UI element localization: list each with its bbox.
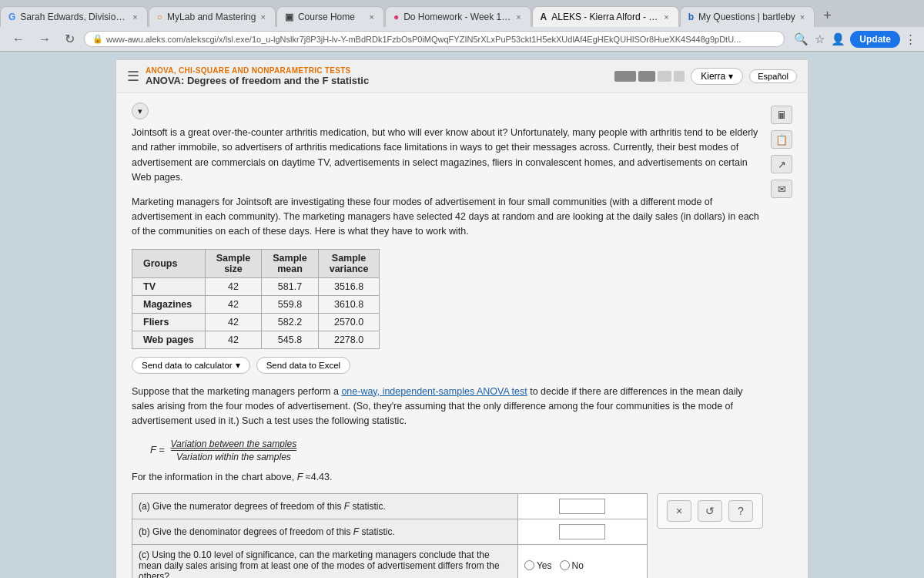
lock-icon: 🔒	[92, 34, 103, 44]
update-button[interactable]: Update	[850, 31, 900, 48]
question-a-input-cell	[517, 493, 647, 519]
tab-close-5[interactable]: ×	[800, 12, 805, 22]
browser-chrome: GSarah Edwards, Division M...×○MyLab and…	[0, 0, 924, 52]
mail-tool-button[interactable]: ✉	[771, 180, 792, 198]
tab-close-1[interactable]: ×	[260, 12, 265, 22]
table-row: TV 42 581.7 3516.8	[132, 277, 380, 295]
panel-sidebar: 🖩 📋 ↗ ✉	[771, 102, 792, 578]
kierra-button[interactable]: Kierra ▾	[691, 68, 743, 85]
no-radio-label[interactable]: No	[560, 560, 584, 571]
cell-variance-2: 2570.0	[318, 313, 380, 331]
help-button[interactable]: ?	[728, 500, 753, 522]
progress-seg-4	[674, 71, 685, 82]
tab-label-2: Course Home	[298, 12, 355, 22]
progress-bars	[614, 71, 685, 82]
col-header-size: Samplesize	[205, 249, 261, 277]
back-button[interactable]: ←	[8, 31, 29, 48]
tab-4[interactable]: AALEKS - Kierra Alford - Lea...×	[532, 6, 679, 27]
anova-link[interactable]: one-way, independent-samples ANOVA test	[341, 386, 527, 397]
tab-2[interactable]: ▣Course Home×	[276, 6, 384, 27]
formula-display: F = Variation between the samples Variat…	[150, 439, 763, 462]
intro-paragraph-1: Jointsoft is a great over-the-counter ar…	[132, 126, 763, 186]
tab-label-4: ALEKS - Kierra Alford - Lea...	[551, 12, 659, 22]
question-b-row: (b) Give the denominator degrees of free…	[132, 519, 648, 544]
cell-mean-1: 559.8	[262, 295, 318, 313]
tab-0[interactable]: GSarah Edwards, Division M...×	[0, 6, 148, 27]
chevron-icon: ▾	[728, 71, 733, 82]
header-left: ☰ ANOVA, CHI-SQUARE AND NONPARAMETRIC TE…	[127, 66, 369, 86]
cell-mean-0: 581.7	[262, 277, 318, 295]
tab-5[interactable]: bMy Questions | bartleby×	[680, 6, 815, 27]
cell-variance-0: 3516.8	[318, 277, 380, 295]
tab-3[interactable]: ●Do Homework - Week 12 C...×	[385, 6, 531, 27]
formula-section: F = Variation between the samples Variat…	[132, 439, 763, 462]
aleks-panel: ☰ ANOVA, CHI-SQUARE AND NONPARAMETRIC TE…	[116, 59, 808, 578]
yes-radio-label[interactable]: Yes	[524, 560, 552, 571]
question-a-label: (a) Give the numerator degrees of freedo…	[132, 493, 518, 519]
send-to-excel-button[interactable]: Send data to Excel	[256, 357, 351, 374]
tab-favicon-0: G	[8, 12, 15, 22]
cell-size-0: 42	[205, 277, 261, 295]
calculator-tool-button[interactable]: 🖩	[771, 106, 792, 124]
denominator-degrees-input[interactable]	[559, 524, 605, 539]
expand-tool-button[interactable]: ↗	[771, 155, 792, 173]
col-header-variance: Samplevariance	[318, 249, 380, 277]
reload-button[interactable]: ↻	[60, 30, 79, 48]
progress-seg-3	[658, 71, 671, 82]
yes-no-radio-group: Yes No	[524, 560, 641, 571]
cell-group-0: TV	[132, 277, 206, 295]
star-icon[interactable]: ☆	[815, 32, 825, 46]
hamburger-icon[interactable]: ☰	[127, 68, 139, 85]
panel-main: ▾ Jointsoft is a great over-the-counter …	[132, 102, 763, 578]
col-header-mean: Samplemean	[262, 249, 318, 277]
header-subtitle: ANOVA, CHI-SQUARE AND NONPARAMETRIC TEST…	[146, 66, 369, 75]
cell-group-1: Magazines	[132, 295, 206, 313]
tab-1[interactable]: ○MyLab and Mastering×	[149, 6, 276, 27]
send-to-calculator-button[interactable]: Send data to calculator ▾	[132, 357, 250, 374]
send-excel-label: Send data to Excel	[266, 361, 341, 370]
yes-radio[interactable]	[524, 560, 534, 570]
tab-favicon-2: ▣	[285, 12, 293, 22]
question-c-label: (c) Using the 0.10 level of significance…	[132, 544, 518, 578]
no-radio[interactable]	[560, 560, 570, 570]
tab-close-2[interactable]: ×	[369, 12, 373, 22]
f-value: ≈4.43.	[306, 472, 333, 482]
dropdown-arrow-icon: ▾	[236, 360, 240, 371]
numerator-degrees-input[interactable]	[559, 499, 605, 514]
undo-button[interactable]: ↺	[698, 500, 722, 522]
notes-tool-button[interactable]: 📋	[771, 130, 792, 149]
forward-button[interactable]: →	[34, 31, 55, 48]
tab-label-0: Sarah Edwards, Division M...	[20, 12, 128, 22]
profile-icon[interactable]: 👤	[831, 32, 845, 46]
progress-seg-2	[638, 71, 655, 82]
espanol-button[interactable]: Español	[749, 69, 797, 83]
cell-group-2: Fliers	[132, 313, 206, 331]
tab-close-3[interactable]: ×	[516, 12, 521, 22]
table-row: Web pages 42 545.8 2278.0	[132, 331, 380, 348]
questions-table: (a) Give the numerator degrees of freedo…	[132, 493, 648, 578]
questions-area: (a) Give the numerator degrees of freedo…	[132, 493, 763, 578]
main-content: ☰ ANOVA, CHI-SQUARE AND NONPARAMETRIC TE…	[0, 52, 924, 578]
url-bar[interactable]: 🔒 www-awu.aleks.com/alekscgi/x/lsl.exe/1…	[84, 31, 785, 47]
tab-close-4[interactable]: ×	[664, 12, 668, 22]
collapse-button[interactable]: ▾	[132, 102, 149, 119]
tab-favicon-4: A	[541, 12, 547, 22]
tab-bar: GSarah Edwards, Division M...×○MyLab and…	[0, 0, 924, 27]
question-a-row: (a) Give the numerator degrees of freedo…	[132, 493, 648, 519]
cell-size-1: 42	[205, 295, 261, 313]
address-bar: ← → ↻ 🔒 www-awu.aleks.com/alekscgi/x/lsl…	[0, 27, 924, 51]
table-row: Fliers 42 582.2 2570.0	[132, 313, 380, 331]
question-b-input-cell	[517, 519, 647, 544]
new-tab-button[interactable]: +	[815, 5, 839, 27]
clear-button[interactable]: ×	[667, 500, 691, 522]
tab-close-0[interactable]: ×	[132, 12, 137, 22]
formula-fraction: Variation between the samples Variation …	[171, 439, 297, 462]
cell-variance-1: 3610.8	[318, 295, 380, 313]
browser-icons: 🔍 ☆ 👤	[794, 32, 845, 46]
send-calc-label: Send data to calculator	[142, 361, 233, 370]
header-title-block: ANOVA, CHI-SQUARE AND NONPARAMETRIC TEST…	[146, 66, 369, 86]
menu-icon[interactable]: ⋮	[905, 32, 916, 46]
search-icon[interactable]: 🔍	[794, 32, 808, 46]
table-buttons: Send data to calculator ▾ Send data to E…	[132, 357, 763, 374]
kierra-label: Kierra	[701, 71, 725, 82]
